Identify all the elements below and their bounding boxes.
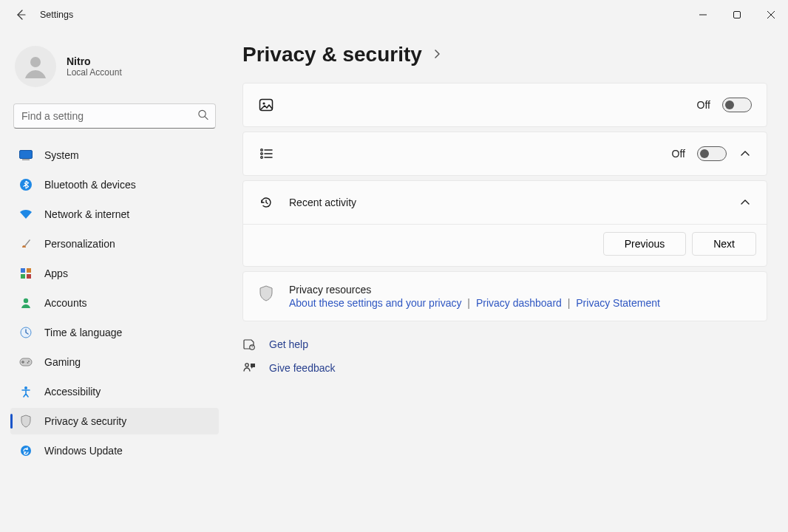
svg-rect-8 [21, 274, 25, 279]
svg-point-13 [28, 361, 30, 362]
give-feedback-label: Give feedback [269, 362, 336, 374]
sidebar-item-personalization[interactable]: Personalization [10, 231, 219, 257]
main-content: Privacy & security Off [229, 30, 788, 532]
setting-card-2: Off [242, 132, 767, 176]
feedback-icon [242, 361, 256, 375]
sidebar-item-privacy[interactable]: Privacy & security [10, 408, 219, 434]
separator: | [568, 297, 571, 309]
sidebar: Nitro Local Account System Bluetooth & d… [0, 30, 229, 532]
svg-point-2 [199, 110, 206, 117]
get-help-label: Get help [269, 338, 308, 350]
update-icon [19, 444, 33, 457]
chevron-right-icon [432, 48, 441, 61]
image-icon [258, 97, 274, 113]
close-button[interactable] [754, 0, 788, 30]
svg-text:?: ? [251, 345, 254, 349]
svg-point-15 [24, 386, 27, 389]
apps-icon [19, 267, 33, 280]
sidebar-item-bluetooth[interactable]: Bluetooth & devices [10, 171, 219, 198]
svg-point-1 [30, 57, 41, 67]
title-bar: Settings [0, 0, 788, 30]
sidebar-item-label: Time & language [44, 327, 122, 338]
previous-button[interactable]: Previous [603, 232, 686, 256]
app-title: Settings [40, 10, 73, 20]
svg-point-19 [261, 149, 263, 151]
link-about-settings[interactable]: About these settings and your privacy [289, 297, 461, 309]
search-input[interactable] [13, 103, 216, 129]
sidebar-item-label: Bluetooth & devices [44, 179, 136, 191]
svg-rect-7 [27, 268, 31, 273]
sidebar-item-label: Windows Update [44, 445, 123, 457]
system-icon [19, 149, 33, 162]
sidebar-item-apps[interactable]: Apps [10, 260, 219, 287]
separator: | [467, 297, 470, 309]
toggle-switch[interactable] [722, 98, 752, 112]
svg-point-10 [24, 299, 28, 303]
setting-card-1: Off [242, 83, 767, 127]
sidebar-item-accessibility[interactable]: Accessibility [10, 378, 219, 405]
svg-rect-0 [734, 12, 741, 18]
minimize-button[interactable] [686, 0, 720, 30]
toggle-switch[interactable] [697, 146, 727, 161]
svg-point-14 [27, 362, 29, 364]
svg-rect-9 [27, 274, 31, 279]
svg-point-18 [262, 102, 265, 104]
get-help-link[interactable]: ? Get help [242, 338, 767, 351]
toggle-state: Off [697, 99, 710, 111]
recent-activity-header[interactable]: Recent activity [243, 181, 767, 224]
back-button[interactable] [15, 9, 27, 21]
sidebar-item-gaming[interactable]: Gaming [10, 349, 219, 375]
shield-icon [19, 415, 33, 428]
svg-rect-6 [21, 268, 25, 273]
sidebar-item-label: Privacy & security [44, 415, 126, 427]
sidebar-item-label: Personalization [44, 238, 115, 250]
recent-activity-label: Recent activity [289, 197, 724, 208]
svg-rect-4 [22, 160, 30, 160]
person-icon [19, 296, 33, 310]
svg-point-21 [261, 157, 263, 159]
profile-subtitle: Local Account [67, 67, 122, 78]
sidebar-item-label: Apps [44, 267, 68, 279]
sidebar-item-accounts[interactable]: Accounts [10, 290, 219, 316]
sidebar-item-label: System [44, 149, 79, 161]
next-button[interactable]: Next [692, 232, 756, 256]
sidebar-item-system[interactable]: System [10, 142, 219, 168]
link-privacy-statement[interactable]: Privacy Statement [576, 297, 660, 309]
toggle-state: Off [672, 148, 685, 160]
chevron-up-icon[interactable] [738, 147, 752, 160]
sidebar-item-label: Gaming [44, 356, 81, 368]
maximize-button[interactable] [720, 0, 754, 30]
wifi-icon [19, 208, 33, 221]
profile-name: Nitro [67, 55, 122, 67]
svg-rect-3 [20, 151, 33, 159]
brush-icon [19, 237, 33, 250]
svg-point-24 [245, 364, 248, 366]
sidebar-item-label: Network & internet [44, 208, 129, 220]
list-icon [258, 146, 274, 162]
recent-activity-card: Recent activity Previous Next [242, 180, 767, 267]
svg-point-20 [261, 153, 263, 155]
give-feedback-link[interactable]: Give feedback [242, 361, 767, 375]
profile-block[interactable]: Nitro Local Account [10, 38, 219, 99]
sidebar-item-network[interactable]: Network & internet [10, 201, 219, 228]
link-privacy-dashboard[interactable]: Privacy dashboard [476, 297, 562, 309]
privacy-resources-card: Privacy resources About these settings a… [242, 271, 767, 321]
accessibility-icon [19, 385, 33, 398]
gamepad-icon [19, 355, 33, 369]
bluetooth-icon [19, 178, 33, 191]
shield-icon [258, 285, 274, 301]
sidebar-item-update[interactable]: Windows Update [10, 437, 219, 464]
sidebar-item-label: Accessibility [44, 386, 101, 398]
avatar-icon [15, 46, 56, 87]
chevron-up-icon[interactable] [738, 196, 752, 209]
breadcrumb[interactable]: Privacy & security [242, 43, 767, 66]
page-title: Privacy & security [242, 43, 422, 66]
search-icon [197, 109, 208, 123]
history-icon [258, 194, 274, 211]
sidebar-item-label: Accounts [44, 297, 87, 309]
clock-icon [19, 326, 33, 339]
sidebar-item-time[interactable]: Time & language [10, 319, 219, 346]
help-icon: ? [242, 338, 256, 351]
resources-title: Privacy resources [289, 284, 660, 296]
